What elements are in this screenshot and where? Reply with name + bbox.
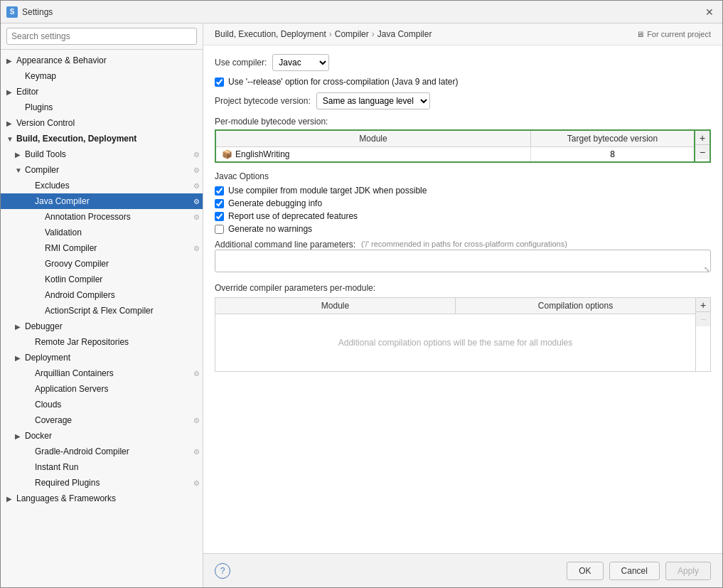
table-cell-module: 📦 EnglishWriting [216,147,531,161]
for-project-label: 🖥 For current project [636,30,711,38]
sidebar-item-android-compilers[interactable]: Android Compilers [1,287,203,303]
sidebar-item-validation[interactable]: Validation [1,225,203,240]
breadcrumb-part-1: Build, Execution, Deployment [215,29,326,39]
sidebar-item-instant-run[interactable]: Instant Run [1,459,203,475]
project-bytecode-select[interactable]: Same as language level 8 11 17 [316,92,430,109]
version-input[interactable] [537,149,688,159]
add-module-button[interactable]: + [695,131,709,145]
additional-params-row: Additional command line parameters: ('/'… [215,240,711,250]
breadcrumb: Build, Execution, Deployment › Compiler … [203,23,722,46]
sidebar-item-java-compiler[interactable]: Java Compiler ⚙ [1,193,203,209]
override-table-header: Module Compilation options [215,298,695,314]
sidebar-item-deployment[interactable]: ▶ Deployment [1,350,203,365]
sidebar-item-plugins[interactable]: Plugins [1,100,203,115]
title-bar-left: S Settings [6,6,53,18]
sidebar-item-editor[interactable]: ▶ Editor [1,84,203,100]
config-icon-annotation: ⚙ [193,213,200,221]
sidebar-item-build-tools[interactable]: ▶ Build Tools ⚙ [1,146,203,162]
project-bytecode-label: Project bytecode version: [215,96,311,106]
override-section: Override compiler parameters per-module:… [215,283,711,372]
compiler-select[interactable]: Javac Eclipse ajc [272,54,329,71]
override-side-buttons: + − [696,297,711,372]
sidebar-item-version-control[interactable]: ▶ Version Control [1,115,203,131]
dialog-buttons: ? OK Cancel Apply [203,553,722,587]
remove-module-button[interactable]: − [695,145,709,159]
label-no-warnings: Generate no warnings [228,224,312,234]
sidebar-item-remote-jar[interactable]: Remote Jar Repositories [1,334,203,350]
breadcrumb-part-2: Compiler [335,29,369,39]
sidebar-item-gradle-android[interactable]: Gradle-Android Compiler ⚙ [1,444,203,459]
arrow-deployment: ▶ [15,354,25,362]
sidebar-item-appearance[interactable]: ▶ Appearance & Behavior [1,53,203,68]
additional-params-label: Additional command line parameters: [215,240,355,250]
additional-params-input[interactable] [215,250,711,272]
ok-button[interactable]: OK [567,562,603,580]
override-col-module: Module [215,298,456,314]
checkbox-report-deprecated[interactable] [215,212,224,221]
sidebar-item-debugger[interactable]: ▶ Debugger [1,319,203,334]
sidebar-item-build-execution[interactable]: ▼ Build, Execution, Deployment [1,131,203,146]
sidebar-item-excludes[interactable]: Excludes ⚙ [1,178,203,193]
add-override-button[interactable]: + [696,298,710,312]
sidebar-item-languages-frameworks[interactable]: ▶ Languages & Frameworks [1,491,203,506]
sidebar-item-kotlin-compiler[interactable]: Kotlin Compiler [1,272,203,287]
col-header-module: Module [216,131,531,146]
apply-button[interactable]: Apply [665,562,711,580]
sidebar-item-docker[interactable]: ▶ Docker [1,428,203,444]
col-header-version: Target bytecode version [531,131,694,146]
config-icon-compiler: ⚙ [193,166,200,174]
checkbox-row-no-warnings: Generate no warnings [215,224,711,234]
sidebar-item-required-plugins[interactable]: Required Plugins ⚙ [1,475,203,491]
override-col-compilation: Compilation options [456,298,695,314]
label-report-deprecated: Report use of deprecated features [228,211,358,221]
config-icon-coverage: ⚙ [193,417,200,424]
release-option-checkbox[interactable] [215,77,224,87]
label-generate-debugging: Generate debugging info [228,198,322,208]
sidebar-item-groovy-compiler[interactable]: Groovy Compiler [1,256,203,272]
sidebar-item-annotation-processors[interactable]: Annotation Processors ⚙ [1,209,203,225]
title-bar: S Settings ✕ [1,1,722,23]
additional-params-hint: ('/' recommended in paths for cross-plat… [361,240,567,248]
checkbox-generate-debugging[interactable] [215,199,224,208]
arrow-editor: ▶ [6,88,16,96]
main-content: ▶ Appearance & Behavior Keymap ▶ Editor … [1,23,722,587]
sidebar-item-arquillian[interactable]: Arquillian Containers ⚙ [1,365,203,381]
remove-override-button[interactable]: − [696,312,710,326]
sidebar-item-clouds[interactable]: Clouds [1,397,203,412]
config-icon-build-tools: ⚙ [193,151,200,159]
module-icon: 📦 [222,149,232,159]
search-input[interactable] [6,28,197,45]
arrow-languages: ▶ [6,495,16,503]
checkbox-row-report-deprecated: Report use of deprecated features [215,211,711,221]
config-icon-gradle-android: ⚙ [193,448,200,456]
arrow-compiler: ▼ [15,166,25,174]
sidebar-item-compiler[interactable]: ▼ Compiler ⚙ [1,162,203,178]
config-icon-java-compiler: ⚙ [193,198,200,205]
panel-content: Use compiler: Javac Eclipse ajc Use '--r… [203,46,722,553]
use-compiler-label: Use compiler: [215,58,267,68]
sidebar-item-rmi-compiler[interactable]: RMI Compiler ⚙ [1,240,203,256]
settings-window: S Settings ✕ ▶ Appearance & Behavior Key… [0,0,723,588]
window-title: Settings [22,7,53,17]
sidebar-item-coverage[interactable]: Coverage ⚙ [1,412,203,428]
checkbox-use-compiler-module[interactable] [215,186,224,196]
per-module-label: Per-module bytecode version: [215,117,711,127]
close-button[interactable]: ✕ [702,5,717,19]
empty-message: Additional compilation options will be t… [338,338,573,348]
checkbox-no-warnings[interactable] [215,225,224,234]
breadcrumb-sep-2: › [372,29,375,39]
sidebar-item-keymap[interactable]: Keymap [1,68,203,84]
arrow-docker: ▶ [15,432,25,440]
sidebar-item-app-servers[interactable]: Application Servers [1,381,203,397]
sidebar-item-actionscript[interactable]: ActionScript & Flex Compiler [1,303,203,319]
monitor-icon: 🖥 [636,30,644,38]
arrow-build-execution: ▼ [6,135,16,143]
cancel-button[interactable]: Cancel [609,562,660,580]
arrow-debugger: ▶ [15,323,25,331]
help-button[interactable]: ? [215,563,230,579]
main-panel: Build, Execution, Deployment › Compiler … [203,23,722,587]
release-option-label: Use '--release' option for cross-compila… [228,77,458,87]
override-table-body: Additional compilation options will be t… [215,314,695,371]
expand-icon[interactable]: ⤡ [704,265,709,273]
table-row[interactable]: 📦 EnglishWriting [216,147,694,161]
